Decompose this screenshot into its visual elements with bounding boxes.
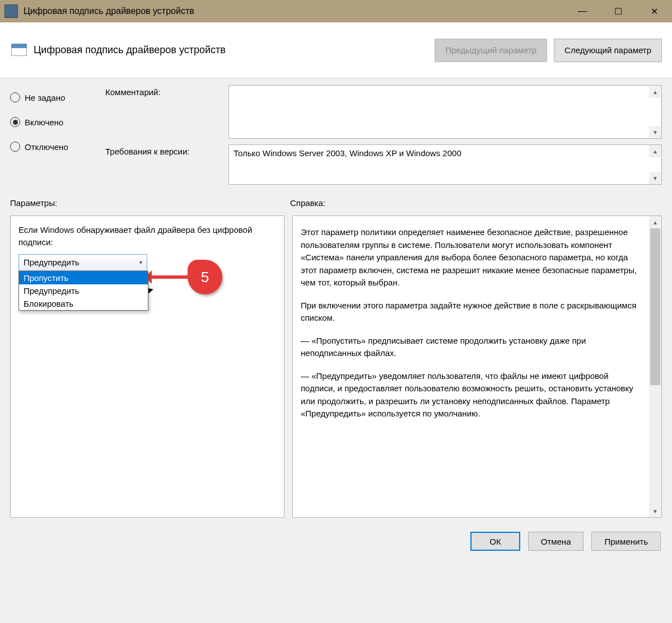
config-row: Не задано Включено Отключено Комментарий… [0,78,672,190]
radio-disabled[interactable]: Отключено [10,134,105,159]
state-radios: Не задано Включено Отключено [10,85,105,190]
param-prompt: Если Windows обнаруживает файл драйвера … [18,224,276,249]
dropdown-option-skip[interactable]: Пропустить [19,271,148,284]
params-header: Параметры: [10,198,290,208]
scroll-down-icon[interactable]: ▼ [649,505,661,517]
comment-row: Комментарий: ▲ ▼ [105,85,662,139]
close-button[interactable]: ✕ [636,0,672,22]
scroll-up-icon[interactable]: ▲ [649,145,661,157]
version-display: Только Windows Server 2003, Windows XP и… [228,144,662,185]
page-title: Цифровая подпись драйверов устройств [34,44,435,56]
minimize-button[interactable]: — [564,0,600,22]
nav-buttons: Предыдущий параметр Следующий параметр [435,39,662,62]
version-value: Только Windows Server 2003, Windows XP и… [234,148,461,158]
prev-setting-button: Предыдущий параметр [435,39,547,62]
comment-label: Комментарий: [105,85,228,139]
fields-column: Комментарий: ▲ ▼ Требования к версии: То… [105,85,662,190]
version-label: Требования к версии: [105,144,228,185]
scroll-up-icon[interactable]: ▲ [649,216,661,228]
action-combobox[interactable]: Предупредить ▾ Пропустить Предупредить Б… [18,254,147,271]
help-paragraph: Этот параметр политики определяет наимен… [301,226,645,289]
apply-button[interactable]: Применить [591,532,661,551]
panels: Если Windows обнаруживает файл драйвера … [0,210,672,523]
radio-enabled[interactable]: Включено [10,110,105,134]
help-header: Справка: [290,198,325,208]
dropdown-option-block[interactable]: Блокировать [19,297,148,310]
scrollbar-thumb[interactable] [650,228,660,385]
action-dropdown: Пропустить Предупредить Блокировать [18,271,148,311]
dialog-footer: ОК Отмена Применить [0,523,672,559]
section-headers: Параметры: Справка: [0,190,672,210]
scroll-down-icon[interactable]: ▼ [649,126,661,138]
scroll-up-icon[interactable]: ▲ [649,86,661,98]
help-paragraph: При включении этого параметра задайте ну… [301,299,645,325]
window-controls: — ☐ ✕ [564,0,672,22]
annotation-callout: 5 [146,260,222,294]
radio-icon [10,142,20,152]
scroll-down-icon[interactable]: ▼ [649,172,661,184]
next-setting-button[interactable]: Следующий параметр [554,39,662,62]
window-title: Цифровая подпись драйверов устройств [24,6,564,16]
dropdown-option-warn[interactable]: Предупредить [19,284,148,297]
callout-badge: 5 [188,260,222,294]
maximize-button[interactable]: ☐ [600,0,636,22]
help-paragraph: — «Пропустить» предписывает системе прод… [301,335,645,360]
radio-icon [10,117,20,127]
radio-label: Отключено [25,142,68,152]
parameters-panel: Если Windows обнаруживает файл драйвера … [10,216,284,518]
radio-label: Включено [25,118,63,127]
policy-icon [10,41,28,59]
help-paragraph: — «Предупредить» уведомляет пользователя… [301,370,645,420]
header: Цифровая подпись драйверов устройств Пре… [0,22,672,78]
radio-not-configured[interactable]: Не задано [10,85,105,110]
titlebar[interactable]: Цифровая подпись драйверов устройств — ☐… [0,0,672,22]
help-panel: Этот параметр политики определяет наимен… [292,216,662,518]
comment-input[interactable]: ▲ ▼ [228,85,662,139]
ok-button[interactable]: ОК [470,532,520,551]
help-scrollbar[interactable]: ▲ ▼ [649,216,661,517]
app-icon [4,4,18,18]
arrow-icon [146,275,191,279]
chevron-down-icon: ▾ [139,259,142,265]
radio-icon [10,92,20,102]
radio-label: Не задано [25,93,65,102]
cancel-button[interactable]: Отмена [528,532,584,551]
version-row: Требования к версии: Только Windows Serv… [105,144,662,185]
combo-value: Предупредить [24,257,80,267]
